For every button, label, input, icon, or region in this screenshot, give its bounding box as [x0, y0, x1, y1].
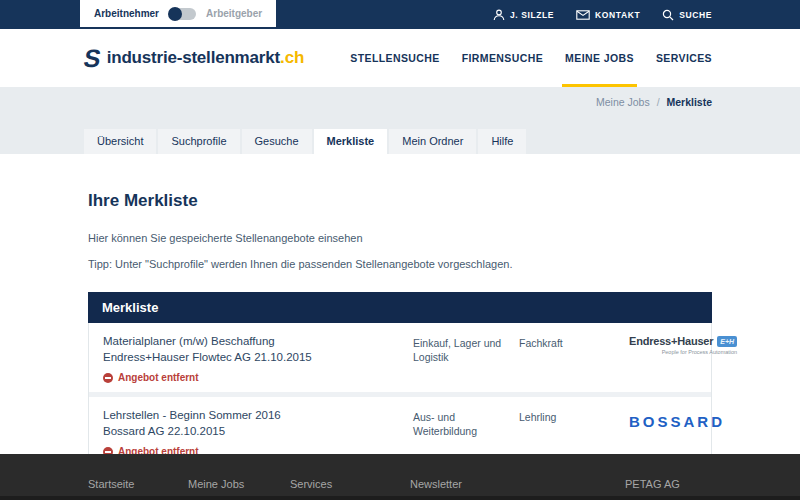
bossard-logo-text: BOSSARD — [629, 407, 725, 430]
logo-text: industrie-stellenmarkt — [107, 48, 280, 67]
job-level: Lehrling — [519, 407, 629, 457]
eh-logo-text: Endress+Hauser — [629, 335, 713, 347]
user-menu[interactable]: J. SILZLE — [493, 9, 554, 21]
header: S industrie-stellenmarkt.ch STELLENSUCHE… — [0, 29, 800, 87]
kontakt-label: KONTAKT — [595, 10, 640, 20]
page-title: Ihre Merkliste — [88, 154, 712, 211]
footer-services[interactable]: Services — [290, 478, 410, 490]
kontakt-link[interactable]: KONTAKT — [576, 10, 640, 20]
user-label: J. SILZLE — [510, 10, 554, 20]
footer: Startseite Meine Jobs Services Newslette… — [0, 454, 800, 500]
footer-newsletter[interactable]: Newsletter — [410, 478, 625, 490]
tab-uebersicht[interactable]: Übersicht — [84, 129, 156, 154]
logo-s-icon: S — [82, 46, 103, 71]
panel-body: Materialplaner (m/w) Beschaffung Endress… — [88, 323, 712, 467]
user-icon — [493, 9, 505, 21]
eh-tagline: People for Process Automation — [629, 349, 737, 355]
job-status: Angebot entfernt — [103, 372, 413, 383]
nav-meine-jobs[interactable]: MEINE JOBS — [565, 29, 634, 87]
topbar: Arbeitnehmer Arbeitgeber J. SILZLE KONTA… — [0, 0, 800, 29]
tab-mein-ordner[interactable]: Mein Ordner — [389, 129, 476, 154]
breadcrumb-separator: / — [657, 96, 660, 108]
job-title[interactable]: Materialplaner (m/w) Beschaffung — [103, 333, 413, 349]
job-company-date: Endress+Hauser Flowtec AG 21.10.2015 — [103, 349, 413, 365]
tabs: Übersicht Suchprofile Gesuche Merkliste … — [84, 129, 526, 154]
job-company-date: Bossard AG 22.10.2015 — [103, 423, 413, 439]
intro-text: Hier können Sie gespeicherte Stellenange… — [88, 232, 712, 244]
table-row: Materialplaner (m/w) Beschaffung Endress… — [89, 323, 711, 392]
breadcrumb-parent[interactable]: Meine Jobs — [596, 96, 650, 108]
subheader: Meine Jobs / Merkliste Übersicht Suchpro… — [0, 87, 800, 154]
audience-toggle[interactable]: Arbeitnehmer Arbeitgeber — [80, 0, 276, 27]
footer-startseite[interactable]: Startseite — [88, 478, 188, 490]
job-category: Aus- und Weiterbildung — [413, 407, 519, 457]
tab-merkliste[interactable]: Merkliste — [314, 129, 388, 154]
job-level: Fachkraft — [519, 333, 629, 383]
suche-link[interactable]: SUCHE — [662, 9, 712, 21]
main-nav: STELLENSUCHE FIRMENSUCHE MEINE JOBS SERV… — [350, 29, 712, 87]
tab-gesuche[interactable]: Gesuche — [242, 129, 312, 154]
job-title[interactable]: Lehrstellen - Beginn Sommer 2016 — [103, 407, 413, 423]
toggle-label-arbeitgeber[interactable]: Arbeitgeber — [206, 8, 262, 19]
removed-icon — [103, 373, 113, 383]
nav-stellensuche[interactable]: STELLENSUCHE — [350, 29, 439, 87]
job-main: Materialplaner (m/w) Beschaffung Endress… — [103, 333, 413, 383]
suche-label: SUCHE — [679, 10, 712, 20]
tab-hilfe[interactable]: Hilfe — [478, 129, 526, 154]
nav-services[interactable]: SERVICES — [656, 29, 712, 87]
nav-firmensuche[interactable]: FIRMENSUCHE — [462, 29, 543, 87]
footer-petag[interactable]: PETAG AG — [625, 478, 680, 490]
footer-meine-jobs[interactable]: Meine Jobs — [188, 478, 290, 490]
company-logo-endress-hauser: Endress+Hauser E+H People for Process Au… — [629, 333, 737, 383]
toggle-label-arbeitnehmer[interactable]: Arbeitnehmer — [94, 8, 159, 19]
mail-icon — [576, 10, 590, 20]
eh-badge-icon: E+H — [717, 336, 737, 347]
main-content: Ihre Merkliste Hier können Sie gespeiche… — [0, 154, 800, 454]
logo[interactable]: S industrie-stellenmarkt.ch — [84, 46, 304, 71]
merkliste-panel: Merkliste Materialplaner (m/w) Beschaffu… — [88, 292, 712, 467]
breadcrumb: Meine Jobs / Merkliste — [596, 96, 712, 108]
topbar-right: J. SILZLE KONTAKT SUCHE — [493, 0, 712, 29]
breadcrumb-current: Merkliste — [666, 96, 712, 108]
company-logo-bossard: BOSSARD — [629, 407, 725, 457]
panel-header: Merkliste — [88, 292, 712, 323]
audience-switch[interactable] — [169, 8, 196, 20]
job-main: Lehrstellen - Beginn Sommer 2016 Bossard… — [103, 407, 413, 457]
tab-suchprofile[interactable]: Suchprofile — [158, 129, 239, 154]
logo-tld: .ch — [280, 48, 305, 67]
switch-knob — [168, 7, 182, 21]
status-label: Angebot entfernt — [118, 372, 199, 383]
job-category: Einkauf, Lager und Logistik — [413, 333, 519, 383]
tip-text: Tipp: Unter "Suchprofile" werden Ihnen d… — [88, 258, 712, 270]
search-icon — [662, 9, 674, 21]
